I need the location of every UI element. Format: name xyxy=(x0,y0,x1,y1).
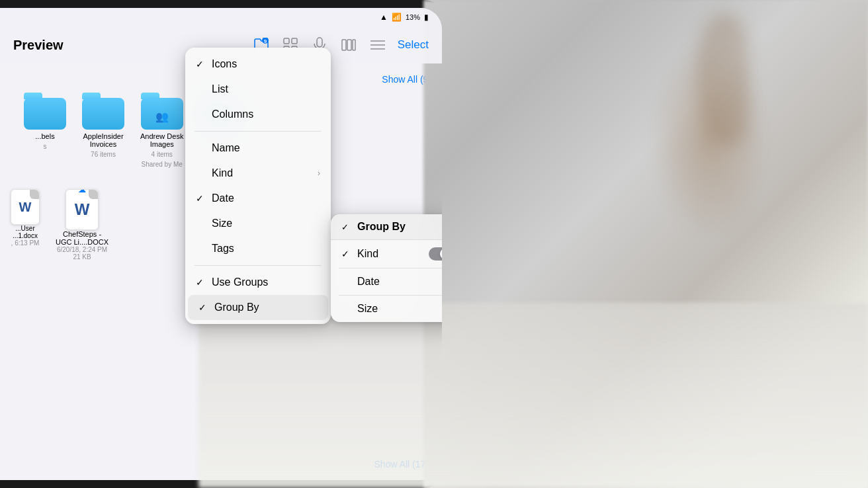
date-sort-option[interactable]: ✓ Date xyxy=(185,186,331,211)
tags-label: Tags xyxy=(212,243,320,255)
group-by-option[interactable]: ✓ Group By xyxy=(188,295,328,320)
use-groups-option[interactable]: ✓ Use Groups xyxy=(185,270,331,295)
file-meta: 76 items xyxy=(91,151,116,158)
name-option[interactable]: Name xyxy=(185,136,331,161)
svg-rect-3 xyxy=(292,38,297,44)
sort-section: Name Kind › ✓ Date Siz xyxy=(185,132,331,265)
columns-option[interactable]: Columns xyxy=(185,102,331,127)
group-by-label: Group By xyxy=(214,302,318,313)
chevron-right-icon: › xyxy=(318,169,320,178)
dropdown-menu: ✓ Icons List Columns xyxy=(185,48,331,324)
file-name: ...bels xyxy=(35,132,54,140)
svg-rect-9 xyxy=(347,40,351,50)
file-name: ChefSteps -UGC Li....DOCX xyxy=(56,230,108,246)
status-bar: ▲ 📶 13% ▮ xyxy=(0,8,442,26)
kind-toggle[interactable] xyxy=(429,247,442,261)
list-item: W ...User...1.docx , 6:13 PM xyxy=(11,189,40,247)
people-icon: 👥 xyxy=(155,110,169,123)
size-sort-option[interactable]: Size xyxy=(185,211,331,236)
name-label: Name xyxy=(212,142,320,154)
battery-percentage: 13% xyxy=(406,13,420,21)
use-groups-label: Use Groups xyxy=(212,276,320,288)
check-icon: ✓ xyxy=(198,302,209,313)
group-by-date-label: Date xyxy=(357,276,442,288)
svg-rect-2 xyxy=(284,38,289,44)
view-mode-section: ✓ Icons List Columns xyxy=(185,48,331,131)
list-item[interactable]: AppleInsiderInvoices 76 items xyxy=(82,93,124,168)
icons-option[interactable]: ✓ Icons xyxy=(185,52,331,77)
word-doc-icon: W xyxy=(65,189,99,230)
list-item[interactable]: W ☁ ChefSteps -UGC Li....DOCX 6/20/18, 2… xyxy=(56,189,108,261)
list-item[interactable]: 👥 Andrew DeskImages 4 items Shared by Me xyxy=(140,93,183,168)
check-icon: ✓ xyxy=(196,277,206,288)
signal-icon: 📶 xyxy=(392,13,402,22)
svg-rect-8 xyxy=(342,40,346,50)
file-name: ...User...1.docx xyxy=(13,225,38,239)
scene: ▲ 📶 13% ▮ Preview 9 xyxy=(0,0,868,488)
tags-option[interactable]: Tags xyxy=(185,236,331,261)
date-sort-label: Date xyxy=(212,192,320,204)
size-sort-label: Size xyxy=(212,218,320,229)
file-name: AppleInsiderInvoices xyxy=(83,132,123,148)
list-item: ...bels s xyxy=(24,93,66,168)
columns-view-button[interactable] xyxy=(339,36,358,54)
file-meta: s xyxy=(44,143,47,150)
battery-icon: ▮ xyxy=(424,13,429,22)
word-doc-icon: W xyxy=(11,189,40,225)
submenu-header: ✓ Group By xyxy=(331,214,442,240)
list-view-button[interactable] xyxy=(369,36,387,54)
check-icon: ✓ xyxy=(196,59,206,69)
submenu-title: Group By xyxy=(357,221,406,233)
group-by-kind-label: Kind xyxy=(357,248,423,260)
list-label: List xyxy=(212,83,320,95)
group-by-kind-option[interactable]: ✓ Kind xyxy=(331,240,442,268)
columns-label: Columns xyxy=(212,108,320,120)
toggle-knob xyxy=(440,248,442,260)
group-by-size-label: Size xyxy=(357,303,442,315)
group-by-size-option[interactable]: Size xyxy=(331,296,442,322)
select-button[interactable]: Select xyxy=(398,38,429,52)
group-by-submenu: ✓ Group By ✓ Kind Date xyxy=(331,214,442,322)
page-title: Preview xyxy=(13,38,64,53)
list-option[interactable]: List xyxy=(185,77,331,102)
shared-folder-icon: 👥 xyxy=(141,93,183,130)
svg-rect-6 xyxy=(317,38,322,47)
groups-section: ✓ Use Groups ✓ Group By xyxy=(185,266,331,324)
wifi-icon: ▲ xyxy=(380,13,388,22)
svg-rect-10 xyxy=(353,40,355,50)
folder-icon xyxy=(82,93,124,130)
svg-text:9: 9 xyxy=(264,38,267,44)
file-shared-meta: Shared by Me xyxy=(142,161,183,168)
kind-sort-label: Kind xyxy=(212,167,312,179)
check-icon: ✓ xyxy=(196,193,206,204)
group-by-date-option[interactable]: Date xyxy=(331,268,442,295)
table-surface xyxy=(198,303,868,488)
check-icon: ✓ xyxy=(341,222,352,232)
file-meta: , 6:13 PM xyxy=(11,239,40,247)
cloud-badge-icon: ☁ xyxy=(78,185,86,194)
dropdown-main-menu: ✓ Icons List Columns xyxy=(185,48,331,324)
file-name: Andrew DeskImages xyxy=(140,132,183,148)
check-icon: ✓ xyxy=(341,249,352,259)
folder-icon xyxy=(24,93,66,130)
kind-sort-option[interactable]: Kind › xyxy=(185,161,331,186)
file-meta: 6/20/18, 2:24 PM xyxy=(57,246,107,253)
status-icons: ▲ 📶 13% ▮ xyxy=(380,13,429,22)
file-meta: 4 items xyxy=(152,151,173,158)
icons-label: Icons xyxy=(212,58,320,70)
file-size: 21 KB xyxy=(73,253,91,261)
